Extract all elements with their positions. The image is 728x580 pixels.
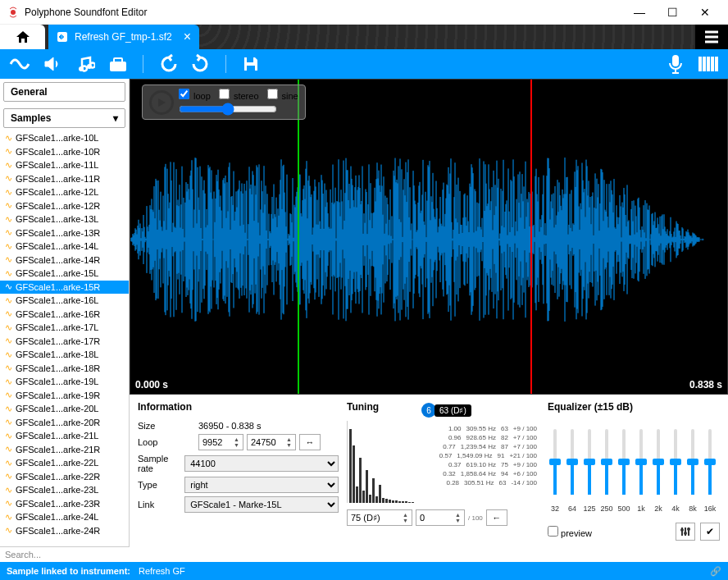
wave-tool-icon[interactable] [8, 53, 31, 75]
sample-list-item[interactable]: ∿GFScale1...arke-23R [0, 497, 129, 511]
eq-slider-250[interactable] [599, 429, 614, 495]
sample-list-item[interactable]: ∿GFScale1...arke-18L [0, 348, 129, 362]
eq-slider-125[interactable] [582, 429, 597, 495]
sample-list-item[interactable]: ∿GFScale1...arke-14R [0, 253, 129, 267]
toolbar [0, 49, 728, 79]
wave-icon: ∿ [5, 336, 12, 346]
svg-rect-11 [707, 57, 710, 71]
sample-list-item[interactable]: ∿GFScale1...arke-13L [0, 212, 129, 226]
music-tool-icon[interactable] [74, 53, 97, 75]
chevron-down-icon: ▾ [113, 112, 118, 124]
sample-list-item[interactable]: ∿GFScale1...arke-12R [0, 199, 129, 213]
search-input[interactable]: Search... [0, 546, 130, 562]
harmonics-table: 1.00309.55 Hz63+9 / 1000.96928.65 Hz82+7… [437, 424, 539, 487]
statusbar: Sample linked to instrument: Refresh GF … [0, 562, 728, 580]
sample-rate-select[interactable]: 44100 [184, 455, 339, 472]
eq-slider-8k[interactable] [685, 429, 700, 495]
sample-list-item[interactable]: ∿GFScale1...arke-20L [0, 402, 129, 416]
sample-list-item[interactable]: ∿GFScale1...arke-24R [0, 524, 129, 538]
wave-icon: ∿ [5, 404, 12, 414]
menu-button[interactable] [695, 25, 728, 49]
cents-input[interactable]: 0▲▼ [416, 509, 465, 526]
close-button[interactable]: ✕ [689, 1, 721, 24]
sample-list-item[interactable]: ∿GFScale1...arke-13R [0, 226, 129, 240]
sample-list-item[interactable]: ∿GFScale1...arke-16R [0, 308, 129, 322]
eq-slider-500[interactable] [617, 429, 631, 495]
toolbox-tool-icon[interactable] [107, 53, 130, 75]
sample-list-item[interactable]: ∿GFScale1...arke-18R [0, 362, 129, 376]
sample-list-item[interactable]: ∿GFScale1...arke-15R [0, 281, 129, 295]
sample-list-item[interactable]: ∿GFScale1...arke-12L [0, 185, 129, 199]
eq-slider-2k[interactable] [651, 429, 666, 495]
pitch-input[interactable]: 75 (D♯)▲▼ [347, 509, 412, 526]
playback-slider[interactable] [179, 103, 277, 116]
svg-rect-8 [672, 55, 679, 66]
save-button[interactable] [239, 53, 262, 75]
link-select[interactable]: GFScale1 - Marke-15L [184, 496, 339, 513]
link-icon[interactable]: 🔗 [710, 566, 721, 577]
sidebar-samples-header[interactable]: Samples ▾ [3, 108, 125, 128]
loop-checkbox[interactable]: loop [179, 89, 211, 101]
loop-end-input[interactable]: 24750▲▼ [247, 434, 296, 450]
wave-icon: ∿ [5, 363, 12, 373]
sample-list-item[interactable]: ∿GFScale1...arke-19L [0, 375, 129, 389]
sample-list-item[interactable]: ∿GFScale1...arke-24L [0, 510, 129, 524]
info-size-value: 36950 - 0.838 s [198, 421, 339, 431]
stereo-checkbox[interactable]: stereo [219, 89, 259, 101]
redo-button[interactable] [189, 53, 212, 75]
sine-checkbox[interactable]: sine [267, 89, 298, 101]
eq-slider-64[interactable] [565, 429, 580, 495]
sample-list-item[interactable]: ∿GFScale1...arke-23L [0, 483, 129, 497]
sample-list-item[interactable]: ∿GFScale1...arke-10R [0, 145, 129, 159]
play-button[interactable] [149, 90, 174, 115]
sample-list-item[interactable]: ∿GFScale1...arke-10L [0, 131, 129, 145]
undo-button[interactable] [157, 53, 180, 75]
eq-apply-button[interactable]: ✔ [700, 523, 720, 541]
minimize-button[interactable]: — [623, 1, 656, 24]
sample-list-item[interactable]: ∿GFScale1...arke-15L [0, 267, 129, 281]
sample-list-item[interactable]: ∿GFScale1...arke-21R [0, 443, 129, 457]
type-select[interactable]: right [184, 477, 339, 493]
file-tab[interactable]: Refresh GF_tmp-1.sf2 × [48, 25, 199, 49]
loop-start-marker[interactable] [298, 80, 299, 394]
sample-list-item[interactable]: ∿GFScale1...arke-21L [0, 429, 129, 443]
tuning-badge: 6 63 (D♯) [421, 403, 471, 418]
tuning-back-button[interactable]: ← [486, 509, 507, 526]
time-start: 0.000 s [135, 379, 168, 390]
sample-list-item[interactable]: ∿GFScale1...arke-22L [0, 456, 129, 470]
sample-list-item[interactable]: ∿GFScale1...arke-14L [0, 240, 129, 253]
sample-list-item[interactable]: ∿GFScale1...arke-20R [0, 416, 129, 430]
waveform-graphic [130, 145, 721, 334]
speaker-tool-icon[interactable] [41, 53, 64, 75]
preview-checkbox[interactable]: preview [548, 526, 592, 538]
sample-list-item[interactable]: ∿GFScale1...arke-17L [0, 321, 129, 335]
waveform-view[interactable]: loop stereo sine 0.000 s 0.838 s [130, 79, 728, 395]
sample-list-item[interactable]: ∿GFScale1...arke-11R [0, 172, 129, 186]
sample-list-item[interactable]: ∿GFScale1...arke-19R [0, 389, 129, 403]
svg-point-3 [87, 64, 92, 69]
sample-list-item[interactable]: ∿GFScale1...arke-16L [0, 294, 129, 308]
sample-list[interactable]: ∿GFScale1...arke-10L∿GFScale1...arke-10R… [0, 131, 129, 562]
sample-list-item[interactable]: ∿GFScale1...arke-22R [0, 470, 129, 484]
loop-swap-button[interactable]: ↔ [299, 434, 321, 450]
record-button[interactable] [664, 53, 687, 75]
sample-list-item[interactable]: ∿GFScale1...arke-17R [0, 335, 129, 349]
eq-slider-16k[interactable] [703, 429, 717, 495]
eq-slider-1k[interactable] [634, 429, 648, 495]
svg-rect-10 [703, 57, 706, 71]
maximize-button[interactable]: ☐ [656, 1, 689, 24]
eq-band-labels: 32641252505001k2k4k8k16k [548, 505, 720, 513]
eq-settings-button[interactable] [676, 523, 695, 541]
eq-slider-32[interactable] [548, 429, 562, 495]
keyboard-button[interactable] [697, 53, 720, 75]
wave-icon: ∿ [5, 133, 12, 144]
wave-icon: ∿ [5, 525, 12, 536]
svg-rect-7 [247, 66, 255, 71]
sidebar-general-header[interactable]: General [3, 82, 125, 102]
home-tab[interactable] [0, 25, 45, 49]
loop-end-marker[interactable] [530, 80, 532, 394]
tab-close-icon[interactable]: × [184, 30, 191, 44]
loop-start-input[interactable]: 9952▲▼ [198, 434, 243, 450]
sample-list-item[interactable]: ∿GFScale1...arke-11L [0, 158, 129, 172]
eq-slider-4k[interactable] [668, 429, 683, 495]
